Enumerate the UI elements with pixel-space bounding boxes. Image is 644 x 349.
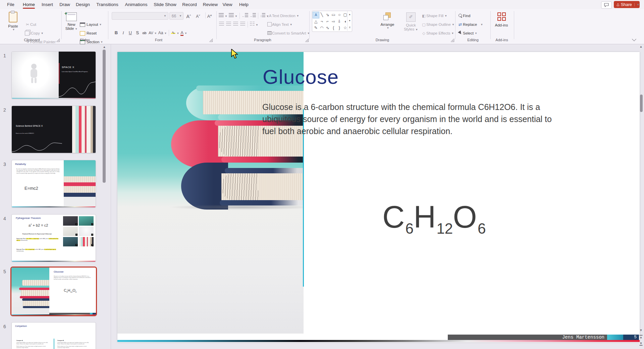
reset-button[interactable]: Reset — [80, 30, 97, 37]
slide-body-text[interactable]: Glucose is a 6-carbon structure with the… — [262, 101, 561, 137]
justify-button[interactable] — [240, 21, 246, 28]
bold-button[interactable]: B — [113, 30, 119, 36]
font-dialog-launcher[interactable] — [209, 39, 213, 42]
align-left-button[interactable] — [219, 21, 224, 28]
addins-button[interactable]: Add-ins — [492, 10, 511, 37]
replace-button[interactable]: ⇄Replace▼ — [458, 21, 483, 28]
layout-button[interactable]: Layout▼ — [80, 21, 102, 28]
thumbnail-slide-3[interactable]: E=mc2 Relativity E = mc2, an equation in… — [11, 160, 96, 208]
shape-outline-button[interactable]: ▢Shape Outline▼ — [421, 21, 454, 28]
font-size-combobox[interactable]: 66▼ — [169, 12, 183, 20]
thumb4-subscript-text: Subscript: Press Ctrl + = (equal sign) a… — [16, 249, 59, 252]
canvas-scrollbar-up-icon[interactable]: ▲ — [640, 45, 643, 48]
share-dropdown-chevron-icon[interactable]: ▼ — [634, 3, 640, 6]
sub-hl2: ⌘ and the Equal sign (=) — [44, 249, 56, 250]
columns-button[interactable]: ▼ — [250, 21, 258, 28]
shapes-scroll-down-icon[interactable]: ▼ — [348, 19, 351, 22]
thumbnail-slide-4[interactable]: Pythagorean Theorem a2 + b2 = c2 Keyboar… — [11, 214, 96, 262]
shape-rectangle-icon[interactable]: ▭ — [331, 12, 337, 18]
increase-indent-icon — [253, 13, 256, 17]
text-direction-button[interactable]: ↓AText Direction▼ — [267, 12, 299, 19]
slide-canvas[interactable]: Glucose Glucose is a 6-carbon structure … — [117, 52, 640, 342]
share-button[interactable]: Share ▼ — [614, 1, 640, 8]
thumb4-photo-grid: 1 2 3 4 5 6 — [63, 216, 94, 246]
chemical-formula[interactable]: C6H12O6 — [382, 199, 486, 237]
font-name-combobox[interactable]: ▼ — [112, 12, 168, 20]
numbering-button[interactable]: ▼ — [229, 12, 237, 19]
canvas-scrollbar-thumb[interactable] — [640, 95, 643, 112]
change-case-button[interactable]: Aa▼ — [158, 30, 167, 36]
grow-font-button[interactable]: A˄ — [185, 12, 192, 19]
shapes-more-icon[interactable]: ⊻ — [349, 26, 351, 29]
bullets-button[interactable]: ▼ — [219, 12, 227, 19]
comments-button[interactable] — [601, 1, 612, 9]
shrink-font-button[interactable]: A˅ — [195, 12, 202, 19]
convert-to-smartart-button[interactable]: Convert to SmartArt▼ — [267, 30, 310, 37]
select-button[interactable]: Select▼ — [458, 30, 477, 37]
shapes-scroll-up-icon[interactable]: ▲ — [348, 13, 351, 15]
shape-triangle-icon[interactable]: △ — [313, 18, 319, 24]
strikethrough-button[interactable]: ab — [142, 30, 147, 36]
shape-arc-icon[interactable]: ◠ — [319, 25, 325, 31]
font-color-button[interactable]: A▼ — [180, 30, 187, 36]
find-button[interactable]: Find — [458, 12, 470, 19]
align-center-button[interactable] — [226, 21, 231, 28]
clipboard-dialog-launcher[interactable] — [56, 39, 60, 42]
slide-title[interactable]: Glucose — [263, 65, 339, 89]
paragraph-dialog-launcher[interactable] — [305, 39, 309, 42]
collapse-ribbon-button[interactable] — [633, 36, 637, 41]
character-spacing-button[interactable]: AV▼ — [149, 30, 157, 36]
previous-slide-button[interactable]: ▲ — [640, 335, 643, 339]
shape-oval-icon[interactable]: ○ — [336, 12, 342, 18]
menu-home[interactable]: Home — [20, 0, 38, 9]
increase-indent-button[interactable]: → — [250, 12, 256, 19]
thumbnail-scrollbar-thumb[interactable] — [103, 50, 106, 183]
menu-transitions[interactable]: Transitions — [94, 0, 121, 9]
thumbnail-slide-5-selected[interactable]: Glucose Glucose is a 6-carbon structure … — [10, 267, 97, 316]
shape-line-icon[interactable]: ╲ — [319, 12, 325, 18]
menu-view[interactable]: View — [220, 0, 235, 9]
shape-textbox-icon[interactable]: A — [313, 12, 319, 18]
menu-help[interactable]: Help — [236, 0, 251, 9]
thumbnail-scrollbar-up-icon[interactable]: ▲ — [103, 45, 106, 49]
italic-button[interactable]: I — [120, 30, 126, 36]
menu-slide-show[interactable]: Slide Show — [151, 0, 179, 9]
quick-styles-button[interactable]: ✐ Quick Styles▼ — [402, 10, 420, 37]
arrange-button[interactable]: Arrange ▼ — [378, 10, 396, 37]
shape-down-arrow-icon[interactable]: ⇩ — [336, 18, 342, 24]
menu-draw[interactable]: Draw — [57, 0, 73, 9]
thumbnail-slide-1[interactable]: SPACE X Learn about Space X and Elon Mus… — [11, 51, 96, 99]
menu-design[interactable]: Design — [73, 0, 93, 9]
new-slide-button[interactable]: + New Slide▼ — [62, 10, 80, 37]
menu-insert[interactable]: Insert — [39, 0, 56, 9]
highlight-color-button[interactable]: ✎▼ — [171, 30, 179, 36]
canvas-scrollbar-down-icon[interactable]: ▼ — [640, 329, 643, 332]
copy-button[interactable]: Copy▼ — [25, 30, 44, 37]
align-text-button[interactable]: Align Text▼ — [267, 21, 292, 28]
clear-formatting-button[interactable]: A⌀ — [206, 12, 213, 19]
menu-record[interactable]: Record — [179, 0, 200, 9]
cut-button[interactable]: ✂Cut — [25, 21, 36, 28]
shape-elbow-arrow-icon[interactable]: ¬ — [325, 18, 331, 24]
menu-animations[interactable]: Animations — [122, 0, 150, 9]
thumbnail-slide-2[interactable]: Science Behind SPACE X How to see the ne… — [11, 106, 96, 153]
shape-right-arrow-icon[interactable]: ⇨ — [331, 18, 337, 24]
shape-scribble-icon[interactable]: ✎ — [313, 25, 319, 31]
decrease-indent-button[interactable]: ← — [242, 12, 248, 19]
shape-left-brace-icon[interactable]: { — [331, 25, 337, 31]
menu-file[interactable]: File — [4, 0, 17, 9]
text-shadow-button[interactable]: S — [135, 30, 140, 36]
shape-elbow-connector-icon[interactable]: ¬ — [319, 18, 325, 24]
underline-button[interactable]: U — [127, 30, 133, 36]
thumbnail-slide-6[interactable]: Comparison Compare A Lorem Ipsum Nulla a… — [11, 322, 96, 349]
drawing-dialog-launcher[interactable] — [451, 39, 454, 42]
menu-review[interactable]: Review — [200, 0, 220, 9]
next-slide-button[interactable]: ▼ — [640, 342, 643, 346]
align-right-button[interactable] — [233, 21, 238, 28]
shape-right-brace-icon[interactable]: } — [336, 25, 342, 31]
shape-effects-button[interactable]: ◇Shape Effects▼ — [421, 30, 454, 37]
shape-fill-button[interactable]: ◧Shape Fill▼ — [421, 12, 447, 19]
paste-button[interactable]: Paste ▼ — [4, 10, 22, 37]
shape-curve-icon[interactable]: ∿ — [325, 25, 331, 31]
shape-arrow-line-icon[interactable]: ⇘ — [325, 12, 331, 18]
